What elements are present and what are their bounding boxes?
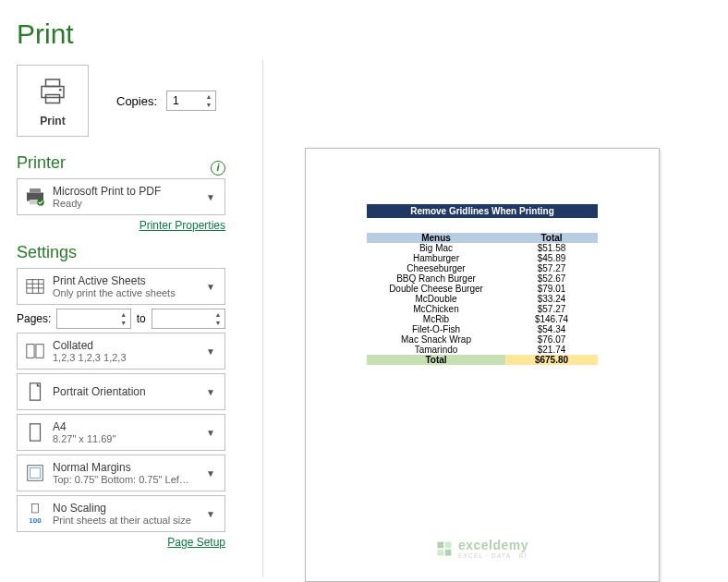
preview-cell-menu: Hamburger — [367, 253, 505, 263]
pages-label: Pages: — [17, 312, 51, 325]
preview-data-row: Filet-O-Fish$54.34 — [367, 324, 598, 334]
grid-icon — [23, 276, 47, 297]
paper-line2: 8.27" x 11.69" — [53, 433, 206, 444]
svg-rect-16 — [30, 424, 41, 441]
svg-rect-19 — [32, 503, 39, 512]
printer-info-icon[interactable]: i — [211, 161, 225, 176]
svg-rect-1 — [46, 79, 60, 87]
collated-icon — [23, 341, 47, 361]
chevron-down-icon: ▼ — [206, 428, 219, 438]
print-sheets-selector[interactable]: Print Active Sheets Only print the activ… — [17, 268, 225, 305]
svg-rect-2 — [46, 95, 60, 103]
copies-row: Copies: 1 ▲▼ — [116, 91, 216, 111]
printer-name: Microsoft Print to PDF — [53, 185, 206, 198]
print-button-label: Print — [40, 115, 65, 127]
svg-point-3 — [59, 89, 62, 91]
preview-divider — [262, 60, 263, 577]
preview-cell-total: $33.24 — [505, 294, 598, 304]
watermark-tagline: EXCEL · DATA · BI — [458, 552, 528, 559]
svg-rect-21 — [445, 541, 452, 548]
preview-data-row: Hamburger$45.89 — [367, 253, 598, 263]
preview-total-value: $675.80 — [505, 355, 598, 365]
preview-cell-total: $54.34 — [505, 324, 598, 334]
printer-icon — [36, 74, 69, 111]
preview-cell-menu: Tamarindo — [367, 345, 505, 355]
svg-rect-23 — [445, 549, 452, 555]
preview-data-row: Mac Snack Wrap$76.07 — [367, 334, 598, 345]
copies-stepper[interactable]: ▲▼ — [203, 92, 214, 109]
preview-cell-menu: McChicken — [367, 304, 505, 314]
settings-section-heading: Settings — [17, 243, 225, 262]
copies-input[interactable]: 1 ▲▼ — [166, 91, 216, 111]
preview-header-total: Total — [505, 233, 598, 243]
svg-rect-13 — [27, 345, 34, 358]
preview-cell-menu: Double Cheese Burger — [367, 284, 505, 294]
collation-selector[interactable]: Collated 1,2,3 1,2,3 1,2,3 ▼ — [17, 333, 225, 370]
scaling-badge: 100 — [29, 516, 41, 525]
print-preview: Remove Gridlines When Printing Menus Tot… — [305, 148, 660, 582]
preview-cell-menu: McDouble — [367, 294, 505, 304]
preview-data-row: Big Mac$51.58 — [367, 243, 598, 253]
paper-line1: A4 — [53, 420, 206, 433]
svg-rect-20 — [437, 541, 443, 548]
copies-label: Copies: — [116, 94, 157, 108]
scaling-selector[interactable]: 100 No Scaling Print sheets at their act… — [17, 495, 225, 532]
page-title: Print — [0, 0, 728, 59]
preview-total-label: Total — [367, 355, 505, 365]
preview-data-row: BBQ Ranch Burger$52.67 — [367, 273, 598, 284]
sheets-line1: Print Active Sheets — [53, 274, 206, 287]
preview-total-row: Total $675.80 — [367, 355, 598, 365]
preview-cell-menu: BBQ Ranch Burger — [367, 273, 505, 284]
margins-selector[interactable]: Normal Margins Top: 0.75" Bottom: 0.75" … — [17, 455, 225, 491]
collated-line1: Collated — [53, 339, 206, 352]
chevron-down-icon: ▼ — [206, 468, 219, 479]
preview-cell-total: $45.89 — [505, 253, 598, 263]
printer-properties-link[interactable]: Printer Properties — [140, 219, 225, 232]
preview-header-row: Menus Total — [367, 233, 598, 243]
preview-cell-total: $57.27 — [505, 263, 598, 273]
chevron-down-icon: ▼ — [206, 282, 219, 292]
left-panel: Print Copies: 1 ▲▼ i Printer Microsoft P… — [17, 65, 225, 551]
preview-title: Remove Gridlines When Printing — [367, 204, 598, 218]
preview-data-row: McRib$146.74 — [367, 314, 598, 324]
pages-to-label: to — [137, 312, 146, 325]
watermark-brand: exceldemy — [458, 538, 528, 552]
collated-line2: 1,2,3 1,2,3 1,2,3 — [53, 352, 206, 363]
preview-data-row: McChicken$57.27 — [367, 304, 598, 314]
preview-data-row: Cheeseburger$57.27 — [367, 263, 598, 273]
scaling-icon: 100 — [23, 503, 47, 525]
pages-from-input[interactable]: ▲▼ — [56, 309, 130, 329]
watermark-icon — [436, 540, 453, 557]
print-button[interactable]: Print — [17, 65, 89, 137]
printer-device-icon — [23, 186, 47, 208]
preview-cell-total: $52.67 — [505, 273, 598, 284]
orientation-selector[interactable]: Portrait Orientation ▼ — [17, 373, 225, 410]
printer-selector[interactable]: Microsoft Print to PDF Ready ▼ — [17, 178, 225, 215]
svg-rect-5 — [30, 188, 41, 193]
preview-cell-menu: Filet-O-Fish — [367, 324, 505, 334]
chevron-down-icon: ▼ — [206, 192, 219, 202]
preview-cell-total: $76.07 — [505, 334, 598, 345]
sheets-line2: Only print the active sheets — [53, 287, 206, 298]
svg-rect-8 — [27, 280, 43, 294]
page-setup-link[interactable]: Page Setup — [167, 536, 225, 549]
preview-cell-total: $51.58 — [505, 243, 598, 253]
svg-rect-18 — [30, 468, 41, 479]
scaling-line1: No Scaling — [53, 502, 206, 515]
margins-line2: Top: 0.75" Bottom: 0.75" Lef… — [53, 474, 206, 485]
scaling-line2: Print sheets at their actual size — [53, 515, 206, 526]
paper-icon — [23, 422, 47, 443]
preview-cell-menu: Big Mac — [367, 243, 505, 253]
preview-cell-menu: McRib — [367, 314, 505, 324]
watermark: exceldemy EXCEL · DATA · BI — [436, 538, 528, 559]
margins-icon — [23, 463, 47, 483]
printer-section-heading: Printer — [17, 153, 225, 173]
preview-cell-total: $57.27 — [505, 304, 598, 314]
pages-to-input[interactable]: ▲▼ — [152, 309, 225, 329]
paper-size-selector[interactable]: A4 8.27" x 11.69" ▼ — [17, 414, 225, 451]
portrait-icon — [23, 382, 47, 402]
svg-rect-14 — [36, 345, 43, 358]
preview-data-row: Tamarindo$21.74 — [367, 345, 598, 355]
preview-header-menus: Menus — [367, 233, 505, 243]
chevron-down-icon: ▼ — [206, 346, 219, 357]
